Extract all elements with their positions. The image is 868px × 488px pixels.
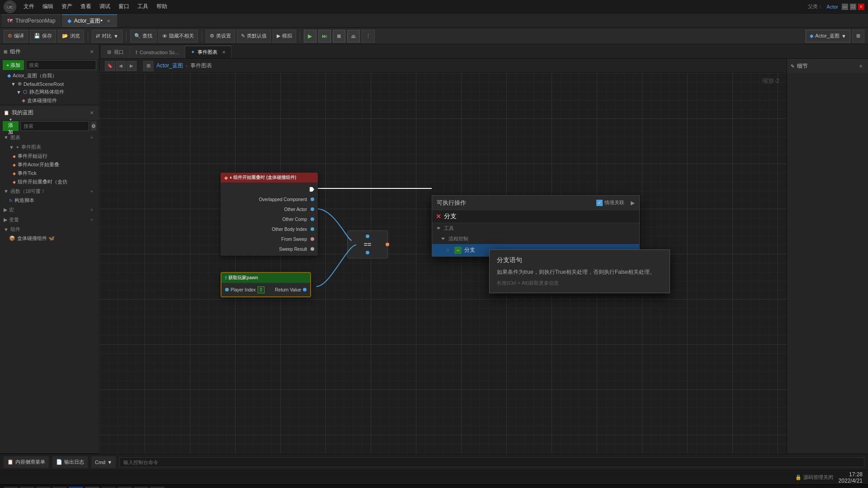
actions-category-tools[interactable]: 工具 (432, 223, 639, 234)
search-clear-button[interactable]: ✕ (436, 213, 441, 220)
components-close[interactable]: ✕ (88, 48, 95, 55)
functions-section[interactable]: ▼ 函数（18可覆！ ＋ (0, 186, 99, 196)
return-value-pin[interactable] (303, 288, 307, 291)
details-header[interactable]: ✎ 细节 ✕ (787, 59, 868, 73)
menu-edit[interactable]: 编辑 (39, 2, 57, 11)
tab-viewport[interactable]: ⊞ 视口 (101, 46, 130, 58)
play-button[interactable]: ▶ (304, 30, 316, 42)
taskbar-ue2-button[interactable]: UE (118, 487, 132, 488)
events-tab-close[interactable]: ✕ (222, 50, 226, 55)
tab-construction[interactable]: f Construction Sc... (130, 46, 185, 58)
macros-section[interactable]: ▶ 宏 ＋ (0, 205, 99, 215)
taskbar-search-button[interactable]: 🔍 (20, 487, 34, 488)
tab-thirdpersonmap[interactable]: 🗺 ThirdPersonMap (2, 14, 61, 27)
event-tick[interactable]: ◆ 事件Tick (0, 169, 99, 178)
find-button[interactable]: 🔍 查找 (130, 30, 156, 42)
other-actor-pin[interactable] (311, 207, 314, 211)
graph-add-button[interactable]: ＋ (88, 134, 95, 141)
graph-canvas[interactable]: 缩放-2 ◆ ♦ 组件开始重叠时 (盒体碰撞组件 (99, 73, 787, 454)
nav-forward-button[interactable]: ▶ (127, 61, 137, 71)
eject-button[interactable]: ⏏ (347, 30, 360, 42)
tab-bp-close[interactable]: ✕ (105, 18, 112, 24)
taskbar-icon-9[interactable]: 📖 (150, 487, 165, 488)
taskbar-explorer-button[interactable]: 📁 (52, 487, 67, 488)
hide-unrelated-button[interactable]: 👁 隐藏不相关 (158, 30, 198, 42)
context-checkbox[interactable]: ✓ 情境关联 (596, 199, 624, 206)
player-pawn-node[interactable]: f 获取玩家pawn Player Index 0 Return Value (221, 272, 311, 297)
other-comp-pin[interactable] (311, 217, 314, 221)
simulate-button[interactable]: ▶ 模拟 (273, 30, 296, 42)
overlapped-pin[interactable] (311, 197, 314, 201)
tree-item-mesh[interactable]: ▼ ⬡ 静态网格体组件 (0, 88, 99, 96)
class-defaults-button[interactable]: ✎ 类默认值 (237, 30, 271, 42)
menu-tools[interactable]: 工具 (134, 2, 152, 11)
variables-add-button[interactable]: ＋ (88, 216, 95, 223)
components-search[interactable] (26, 60, 96, 70)
nav-back-button[interactable]: ◀ (116, 61, 126, 71)
mybp-settings-button[interactable]: ⚙ (91, 122, 96, 131)
compile-button[interactable]: ⚙ 编译 (4, 30, 28, 42)
components-bp-section[interactable]: ▼ 组件 (0, 225, 99, 234)
mybp-add-button[interactable]: + 添加 (3, 121, 19, 131)
components-header[interactable]: ⊞ 组件 ✕ (0, 44, 99, 59)
menu-asset[interactable]: 资产 (58, 2, 76, 11)
graph-section[interactable]: ▼ 图表 ＋ (0, 132, 99, 142)
maximize-button[interactable]: ☐ (850, 4, 856, 10)
class-settings-button[interactable]: ⚙ 类设置 (206, 30, 235, 42)
menu-help[interactable]: 帮助 (153, 2, 171, 11)
taskbar-start-button[interactable]: ⊞ (4, 487, 18, 488)
cmd-dropdown-button[interactable]: Cmd ▼ (91, 456, 116, 468)
skip-button[interactable]: ⏭ (318, 30, 331, 42)
from-sweep-pin[interactable] (311, 237, 314, 241)
breadcrumb-root[interactable]: Actor_蓝图 (156, 62, 183, 70)
tab-blueprint[interactable]: ◆ Actor_蓝图• ✕ (62, 14, 117, 27)
content-browser-button[interactable]: 📋 内容侧滑菜单 (4, 456, 49, 468)
nav-bookmark-button[interactable]: 🔖 (105, 61, 115, 71)
mybp-search[interactable] (20, 121, 89, 131)
actions-search-input[interactable] (444, 213, 636, 220)
eq-output[interactable] (386, 243, 389, 246)
equals-node[interactable]: == (347, 230, 388, 258)
browse-button[interactable]: 📂 浏览 (58, 30, 84, 42)
tree-item-collision[interactable]: ◈ 盒体碰撞组件 (0, 96, 99, 105)
other-body-pin[interactable] (311, 227, 314, 231)
taskbar-edge-button[interactable]: 🌐 (36, 487, 51, 488)
eq-input-1[interactable] (366, 235, 369, 238)
eq-input-2[interactable] (366, 251, 369, 254)
menu-view[interactable]: 查看 (77, 2, 95, 11)
stop-button[interactable]: ⏹ (333, 30, 345, 42)
source-control-status[interactable]: 🔒 源码管理关闭 (795, 474, 833, 481)
toolbar-extra-button[interactable]: ⊞ (852, 30, 864, 42)
variables-section[interactable]: ▶ 变量 ＋ (0, 215, 99, 225)
blueprint-dropdown[interactable]: ◆ Actor_蓝图 ▼ (806, 30, 850, 42)
tab-eventgraph[interactable]: ✦ 事件图表 ✕ (185, 46, 231, 58)
tree-item-actor[interactable]: ◆ Actor_蓝图（自我） (0, 71, 99, 80)
construct-script[interactable]: ↻ 构造脚本 (0, 196, 99, 205)
taskbar-vscode-button[interactable]: 💻 (69, 487, 83, 488)
sweep-result-pin[interactable] (311, 247, 314, 251)
details-close[interactable]: ✕ (857, 62, 864, 70)
event-overlap[interactable]: ◆ 组件开始重叠时（盒仿 (0, 178, 99, 186)
event-actoroverlap[interactable]: ◆ 事件Actor开始重叠 (0, 160, 99, 169)
mybp-close[interactable]: ✕ (88, 109, 95, 116)
components-add-button[interactable]: + 添加 (3, 60, 24, 70)
events-section[interactable]: ▼ ✦ 事件图表 (0, 142, 99, 152)
output-log-button[interactable]: 📄 输出日志 (52, 456, 88, 468)
menu-file[interactable]: 文件 (20, 2, 38, 11)
macros-add-button[interactable]: ＋ (88, 206, 95, 213)
taskbar-ue-button[interactable]: UE (85, 487, 99, 488)
player-index-value[interactable]: 0 (258, 286, 265, 293)
taskbar-icon-8[interactable]: 🃏 (134, 487, 148, 488)
boxcollision-item[interactable]: 📦 盒体碰撞组件 🦋 (0, 234, 99, 243)
diff-button[interactable]: ⇄ 对比 ▼ (92, 30, 123, 42)
exec-output-pin[interactable] (310, 187, 314, 192)
menu-window[interactable]: 窗口 (115, 2, 133, 11)
player-index-input-pin[interactable] (225, 288, 229, 291)
minimize-button[interactable]: — (842, 4, 848, 10)
collision-event-node[interactable]: ◆ ♦ 组件开始重叠时 (盒体碰撞组件) Overlapped (221, 173, 318, 256)
taskbar-epic-button[interactable]: EG (101, 487, 116, 488)
functions-add-button[interactable]: ＋ (88, 188, 95, 195)
tree-item-scene[interactable]: ▼ ⊕ DefaultSceneRoot (0, 80, 99, 88)
save-button[interactable]: 💾 保存 (30, 30, 56, 42)
event-beginplay[interactable]: ◆ 事件开始运行 (0, 152, 99, 160)
